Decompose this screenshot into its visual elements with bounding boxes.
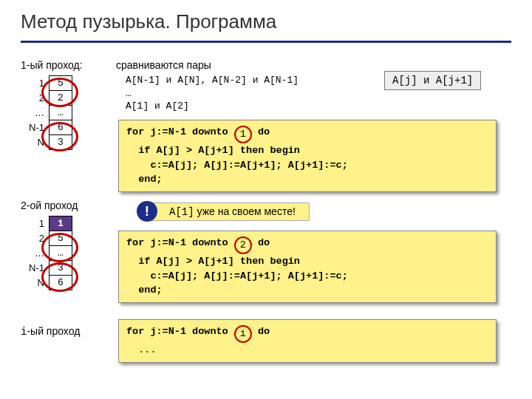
idx: 1 — [22, 218, 49, 229]
pairs-list: A[N-1] и A[N], A[N-2] и A[N-1] … A[1] и … — [126, 74, 299, 113]
pass2-label: 2-ой проход — [21, 200, 78, 211]
code-for-do: do — [252, 126, 270, 137]
code-for: for j:=N-1 downto — [126, 326, 234, 337]
pass1-label: 1-ый проход: — [21, 59, 83, 71]
title-underline — [21, 41, 511, 43]
note-text: уже на своем месте! — [194, 205, 296, 217]
cell: 6 — [49, 275, 72, 290]
idx: N-1 — [22, 122, 49, 133]
passi-rest: -ый проход — [27, 325, 80, 337]
pairs-title: сравниваются пары — [116, 59, 211, 71]
key-expression: A[j] и A[j+1] — [384, 71, 481, 90]
pass2-array: 11 25 …… N-13 N6 — [22, 216, 89, 290]
pairs-line: … — [126, 87, 299, 100]
idx: … — [22, 248, 49, 259]
pass1-array: 15 22 …… N-16 N3 — [22, 75, 89, 149]
page-title: Метод пузырька. Программа — [0, 0, 532, 38]
idx: 2 — [22, 92, 49, 103]
idx: N — [22, 277, 49, 288]
idx: … — [22, 107, 49, 118]
note-callout: ! A[1] уже на своем месте! — [148, 202, 310, 221]
pass1-code: for j:=N-1 downto 1 do if A[j] > A[j+1] … — [118, 120, 497, 192]
code-dots: ... — [126, 344, 157, 355]
pass2-code: for j:=N-1 downto 2 do if A[j] > A[j+1] … — [118, 231, 497, 303]
idx: N-1 — [22, 262, 49, 273]
for-target-circle: 2 — [234, 236, 252, 254]
cell: 3 — [49, 134, 72, 150]
code-end: end; — [126, 284, 163, 296]
cell: 6 — [49, 120, 72, 135]
code-for-do: do — [252, 326, 270, 337]
for-target-circle: 1 — [234, 126, 252, 143]
code-for: for j:=N-1 downto — [126, 126, 234, 137]
cell: … — [49, 105, 72, 120]
idx: 2 — [22, 233, 49, 244]
cell: … — [49, 245, 72, 261]
cell: 5 — [49, 231, 72, 246]
fixed-cell: 1 — [49, 216, 72, 231]
idx: N — [22, 137, 49, 148]
code-end: end; — [126, 174, 163, 185]
cell: 3 — [49, 260, 72, 276]
code-if: if A[j] > A[j+1] then begin — [126, 145, 300, 156]
passi-label: i-ый проход — [21, 325, 80, 338]
exclamation-icon: ! — [137, 201, 157, 222]
passi-code: for j:=N-1 downto i do ... — [118, 319, 497, 363]
code-swap: c:=A[j]; A[j]:=A[j+1]; A[j+1]:=c; — [126, 160, 348, 171]
for-target-circle: i — [234, 325, 252, 343]
note-code: A[1] — [169, 206, 194, 218]
code-if: if A[j] > A[j+1] then begin — [126, 256, 300, 267]
pairs-line: A[1] и A[2] — [126, 100, 299, 113]
cell: 5 — [49, 75, 72, 91]
code-for-do: do — [252, 237, 270, 248]
idx: 1 — [22, 78, 49, 89]
pairs-line: A[N-1] и A[N], A[N-2] и A[N-1] — [126, 74, 299, 87]
cell: 2 — [49, 90, 72, 106]
code-swap: c:=A[j]; A[j]:=A[j+1]; A[j+1]:=c; — [126, 270, 348, 282]
code-for: for j:=N-1 downto — [126, 237, 234, 248]
